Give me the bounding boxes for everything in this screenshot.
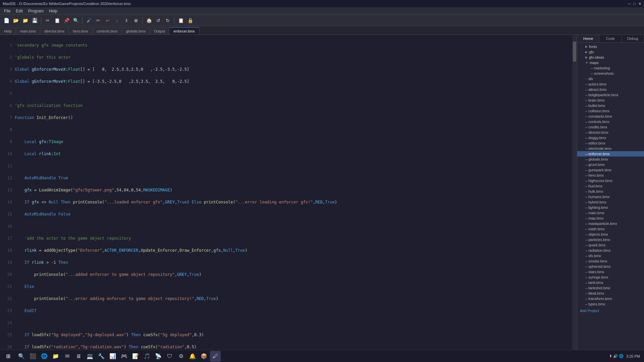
tab-enforcer[interactable]: enforcer.bmx bbox=[169, 27, 199, 35]
tree-math[interactable]: – math.bmx bbox=[577, 226, 644, 232]
tb-pencil[interactable]: ✏ bbox=[94, 16, 103, 25]
tree-humans[interactable]: – humans.bmx bbox=[577, 194, 644, 199]
menu-help[interactable]: Help bbox=[46, 8, 60, 14]
tree-hybrid[interactable]: – hybrid.bmx bbox=[577, 199, 644, 205]
tree-attract[interactable]: – attract.bmx bbox=[577, 87, 644, 92]
tree-radiation[interactable]: – radiation.bmx bbox=[577, 248, 644, 253]
tb-step2[interactable]: ⬇ bbox=[122, 16, 131, 25]
tree-sfx-bmx[interactable]: – sfx.bmx bbox=[577, 253, 644, 258]
tree-marketing[interactable]: – marketing bbox=[577, 65, 644, 71]
tree-tank[interactable]: – tank.bmx bbox=[577, 280, 644, 285]
taskbar-app5[interactable]: 🎮 bbox=[119, 351, 129, 362]
tab-globals[interactable]: globals.bmx bbox=[122, 27, 150, 35]
tree-gfx[interactable]: ▶ gfx bbox=[577, 49, 644, 55]
tb-search[interactable]: 🔍 bbox=[71, 16, 80, 25]
tree-constants[interactable]: – constants.bmx bbox=[577, 114, 644, 119]
taskbar-app1[interactable]: 🖥 bbox=[73, 351, 84, 362]
tree-bullet[interactable]: – bullet.bmx bbox=[577, 103, 644, 108]
taskbar-app6[interactable]: 📝 bbox=[130, 351, 141, 362]
tab-main[interactable]: main.bmx bbox=[16, 27, 41, 35]
tree-director[interactable]: – director.bmx bbox=[577, 130, 644, 135]
tree-botgib[interactable]: – botgibparticle.bmx bbox=[577, 92, 644, 98]
taskbar-edge[interactable]: 🌐 bbox=[39, 351, 50, 362]
tree-stars[interactable]: – stars.bmx bbox=[577, 269, 644, 275]
tree-credits[interactable]: – credits.bmx bbox=[577, 124, 644, 130]
tab-help[interactable]: Help bbox=[0, 27, 16, 35]
tree-smoke[interactable]: – smoke.bmx bbox=[577, 258, 644, 264]
tree-actors[interactable]: – actors.bmx bbox=[577, 81, 644, 87]
start-button[interactable]: ⊞ bbox=[1, 351, 15, 362]
tree-spheroid[interactable]: – spheroid.bmx bbox=[577, 264, 644, 269]
tree-sfx[interactable]: – sfx bbox=[577, 76, 644, 81]
tree-particles[interactable]: – particles.bmx bbox=[577, 237, 644, 242]
tree-fonts[interactable]: ▶ fonts bbox=[577, 44, 644, 49]
tab-output[interactable]: Output bbox=[150, 27, 169, 35]
menu-edit[interactable]: Edit bbox=[13, 8, 25, 14]
tb-paste[interactable]: 📌 bbox=[62, 16, 71, 25]
tree-map[interactable]: – map.bmx bbox=[577, 216, 644, 221]
tree-types[interactable]: – types.bmx bbox=[577, 301, 644, 307]
taskbar-file-explorer[interactable]: 📁 bbox=[50, 351, 61, 362]
tb-cut[interactable]: ✂ bbox=[43, 16, 52, 25]
tree-brain[interactable]: – brain.bmx bbox=[577, 98, 644, 103]
tree-gunspark[interactable]: – gunspark.bmx bbox=[577, 167, 644, 173]
tree-controls[interactable]: – controls.bmx bbox=[577, 119, 644, 124]
tree-lighting[interactable]: – lighting.bmx bbox=[577, 205, 644, 210]
tb-undo2[interactable]: ↩ bbox=[103, 16, 112, 25]
tb-new[interactable]: 📄 bbox=[2, 16, 11, 25]
tab-controls[interactable]: controls.bmx bbox=[93, 27, 122, 35]
scrollbar[interactable] bbox=[572, 35, 577, 350]
tree-tileat[interactable]: – tileat.bmx bbox=[577, 291, 644, 296]
tb-color[interactable]: 🖌 bbox=[85, 16, 93, 25]
taskbar-app4[interactable]: 📊 bbox=[107, 351, 118, 362]
menu-file[interactable]: File bbox=[1, 8, 13, 14]
taskbar-search[interactable]: 🔍 bbox=[16, 351, 27, 362]
maximize-button[interactable]: □ bbox=[633, 2, 636, 6]
tree-doggy[interactable]: – doggy.bmx bbox=[577, 135, 644, 140]
tree-enforcer[interactable]: – enforcer.bmx bbox=[577, 151, 644, 157]
taskbar-app8[interactable]: 📡 bbox=[153, 351, 164, 362]
tree-hud[interactable]: – hud.bmx bbox=[577, 183, 644, 189]
tb-redo[interactable]: ↻ bbox=[163, 16, 172, 25]
taskbar-maxide[interactable]: 🖊 bbox=[210, 351, 221, 362]
tb-lock[interactable]: 🔒 bbox=[186, 16, 195, 25]
tree-main[interactable]: – main.bmx bbox=[577, 210, 644, 216]
tab-director[interactable]: director.bmx bbox=[40, 27, 69, 35]
tab-hero[interactable]: hero.bmx bbox=[69, 27, 93, 35]
tree-maskparticle[interactable]: – maskparticle.bmx bbox=[577, 221, 644, 226]
taskbar-app3[interactable]: 🔧 bbox=[96, 351, 107, 362]
tree-screenshots[interactable]: – screenshots bbox=[577, 71, 644, 76]
tb-copy[interactable]: 📋 bbox=[53, 16, 61, 25]
close-button[interactable]: ✕ bbox=[638, 2, 641, 6]
sidebar-tab-home[interactable]: Home bbox=[577, 35, 599, 42]
tree-hulk[interactable]: – hulk.bmx bbox=[577, 189, 644, 194]
taskbar-app7[interactable]: 🎵 bbox=[142, 351, 152, 362]
tb-open[interactable]: 📂 bbox=[11, 16, 20, 25]
taskbar-task-view[interactable]: ⬛ bbox=[28, 351, 38, 362]
tree-collision[interactable]: – collision.bmx bbox=[577, 108, 644, 114]
tree-add-project[interactable]: Add Project bbox=[577, 308, 644, 313]
tb-save[interactable]: 💾 bbox=[30, 16, 39, 25]
tree-transform[interactable]: – transform.bmx bbox=[577, 296, 644, 301]
scroll-thumb[interactable] bbox=[573, 42, 576, 62]
tree-editor[interactable]: – editor.bmx bbox=[577, 140, 644, 146]
tree-globals[interactable]: – globals.bmx bbox=[577, 157, 644, 162]
tree-gfx-ideas[interactable]: ▶ gfx-ideas bbox=[577, 55, 644, 60]
tree-grunt[interactable]: – grunt.bmx bbox=[577, 162, 644, 167]
tree-tankshot[interactable]: – tankshot.bmx bbox=[577, 285, 644, 291]
tb-stop[interactable]: ⏹ bbox=[131, 16, 140, 25]
tree-quark[interactable]: – quark.bmx bbox=[577, 242, 644, 248]
taskbar-mail[interactable]: ✉ bbox=[62, 351, 72, 362]
tree-maps[interactable]: ▼ maps bbox=[577, 60, 644, 65]
tree-syringe[interactable]: – syringe.bmx bbox=[577, 275, 644, 280]
tree-hero[interactable]: – hero.bmx bbox=[577, 173, 644, 178]
taskbar-app9[interactable]: 🛡 bbox=[164, 351, 175, 362]
minimize-button[interactable]: ─ bbox=[628, 2, 631, 6]
sidebar-tab-debug[interactable]: Debug bbox=[622, 35, 644, 42]
sidebar-tab-code[interactable]: Code bbox=[599, 35, 622, 42]
tb-open2[interactable]: 📁 bbox=[21, 16, 30, 25]
code-editor[interactable]: 1'secondary gfx image constants 2'global… bbox=[0, 35, 572, 350]
taskbar-app12[interactable]: 📦 bbox=[199, 351, 209, 362]
taskbar-app11[interactable]: 🔔 bbox=[187, 351, 198, 362]
tree-highscore[interactable]: – highscore.bmx bbox=[577, 178, 644, 183]
